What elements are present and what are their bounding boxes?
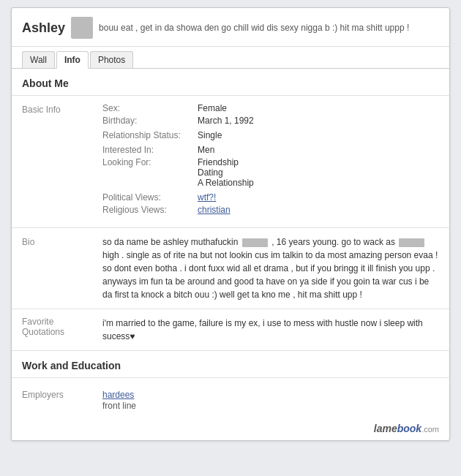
work-section: Employers hardees front line — [12, 378, 449, 418]
profile-name: Ashley — [22, 20, 65, 36]
political-value[interactable]: wtf?! — [198, 192, 216, 203]
looking-row: Looking For: Friendship Dating A Relatio… — [102, 157, 439, 188]
relationship-label: Relationship Status: — [102, 130, 198, 140]
employers-label: Employers — [22, 390, 102, 411]
basic-info-label: Basic Info — [22, 103, 102, 217]
brand-book: book — [397, 423, 421, 434]
profile-status: bouu eat , get in da showa den go chill … — [99, 23, 439, 33]
birthday-label: Birthday: — [102, 116, 198, 126]
quotes-section: FavoriteQuotations i'm married to the ga… — [12, 309, 449, 351]
brand-lame: lame — [374, 423, 397, 434]
bio-text-part2: , 16 years young. go to wack as — [271, 237, 395, 247]
religious-row: Religious Views: christian — [102, 205, 439, 215]
interested-row: Interested In: Men — [102, 145, 439, 155]
bio-section: Bio so da name be ashley muthafuckin , 1… — [12, 228, 449, 309]
bio-label: Bio — [22, 235, 102, 301]
employers-row: Employers hardees front line — [22, 390, 439, 411]
sex-row: Sex: Female — [102, 103, 439, 113]
about-me-header: About Me — [12, 69, 449, 96]
looking-label: Looking For: — [102, 157, 198, 188]
birthday-row: Birthday: March 1, 1992 — [102, 116, 439, 126]
footer-brand: lamebook.com — [12, 418, 449, 440]
bio-text-part3: high . single as of rite na but not look… — [102, 250, 438, 300]
redacted-1 — [242, 238, 268, 247]
bio-text: so da name be ashley muthafuckin , 16 ye… — [102, 235, 439, 301]
brand-com: .com — [421, 425, 439, 434]
relationship-value: Single — [198, 130, 222, 140]
employer-name[interactable]: hardees — [102, 390, 439, 400]
relationship-row: Relationship Status: Single — [102, 130, 439, 140]
political-row: Political Views: wtf?! — [102, 192, 439, 203]
interested-value: Men — [198, 145, 214, 155]
tab-wall[interactable]: Wall — [22, 51, 55, 68]
looking-value-2: Dating — [198, 167, 223, 178]
basic-info-row: Basic Info Sex: Female Birthday: March 1… — [22, 103, 439, 217]
bio-text-part1: so da name be ashley muthafuckin — [102, 237, 238, 247]
redacted-2 — [399, 238, 424, 247]
work-education-header: Work and Education — [12, 351, 449, 378]
work-content: hardees front line — [102, 390, 439, 411]
profile-tabs: Wall Info Photos — [12, 47, 449, 69]
interested-label: Interested In: — [102, 145, 198, 155]
sex-value: Female — [198, 103, 227, 113]
quotes-label: FavoriteQuotations — [22, 317, 102, 343]
religious-value[interactable]: christian — [198, 205, 230, 215]
employer-position: front line — [102, 401, 136, 411]
looking-value-1: Friendship — [198, 157, 239, 167]
tab-info[interactable]: Info — [56, 51, 89, 69]
looking-value-3: A Relationship — [198, 178, 254, 188]
sex-label: Sex: — [102, 103, 198, 113]
tab-photos[interactable]: Photos — [90, 51, 133, 68]
quotes-text: i'm married to the game, failure is my e… — [102, 317, 439, 343]
avatar — [71, 17, 93, 39]
political-label: Political Views: — [102, 192, 198, 203]
basic-info-fields: Sex: Female Birthday: March 1, 1992 Rela… — [102, 103, 439, 217]
profile-header: Ashley bouu eat , get in da showa den go… — [12, 8, 449, 47]
profile-card: Ashley bouu eat , get in da showa den go… — [11, 7, 450, 441]
religious-label: Religious Views: — [102, 205, 198, 215]
birthday-value: March 1, 1992 — [198, 116, 254, 126]
basic-info-section: Basic Info Sex: Female Birthday: March 1… — [12, 96, 449, 228]
looking-values: Friendship Dating A Relationship — [198, 157, 254, 188]
